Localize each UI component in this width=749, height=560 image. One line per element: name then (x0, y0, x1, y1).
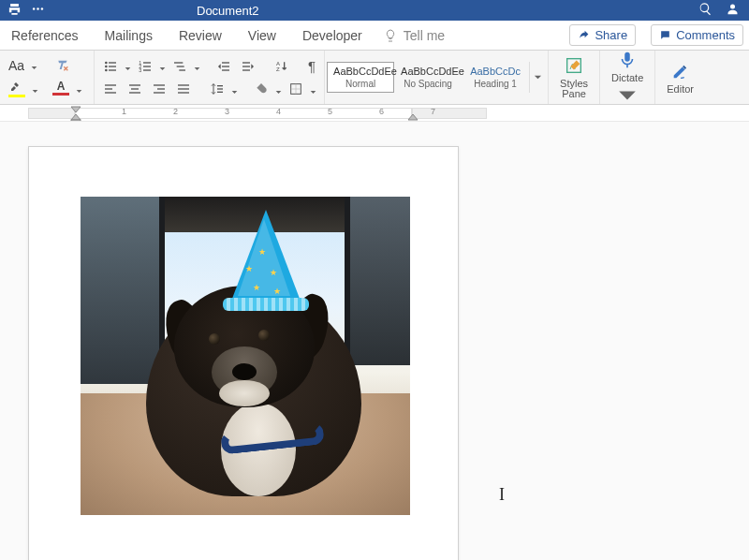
svg-rect-9 (109, 69, 116, 70)
tab-mailings[interactable]: Mailings (99, 24, 158, 47)
text-cursor-icon: I (499, 485, 505, 505)
share-button[interactable]: Share (569, 24, 636, 46)
justify-button[interactable] (173, 80, 194, 98)
chevron-down-icon[interactable] (231, 86, 238, 93)
page[interactable]: ★ ★ ★ ★ ★ (28, 146, 459, 560)
chevron-down-icon[interactable] (76, 85, 82, 92)
styles-pane-button[interactable]: A Styles Pane (554, 55, 594, 99)
search-icon[interactable] (698, 2, 712, 19)
svg-rect-5 (109, 62, 116, 63)
svg-point-4 (105, 61, 108, 64)
borders-button[interactable] (286, 80, 306, 98)
svg-rect-34 (157, 88, 165, 89)
ruler-number: 7 (431, 107, 435, 116)
line-spacing-button[interactable] (207, 80, 228, 98)
align-center-button[interactable] (125, 80, 145, 98)
tab-references[interactable]: References (6, 24, 84, 47)
editor-group: Editor (655, 51, 705, 104)
chevron-down-icon[interactable] (194, 63, 200, 69)
svg-rect-24 (242, 69, 250, 70)
right-indent-marker[interactable] (406, 112, 419, 122)
comments-label: Comments (676, 28, 735, 42)
ruler-number: 5 (328, 107, 332, 116)
svg-point-3 (730, 5, 735, 9)
align-right-button[interactable] (149, 80, 169, 98)
tab-review[interactable]: Review (173, 24, 228, 47)
chevron-down-icon[interactable] (310, 86, 316, 93)
chevron-down-icon[interactable] (275, 86, 282, 93)
document-area[interactable]: ★ ★ ★ ★ ★ I (0, 122, 749, 560)
tab-developer[interactable]: Developer (297, 24, 368, 47)
highlight-color-button[interactable] (6, 79, 28, 99)
style-heading-1[interactable]: AaBbCcDc Heading 1 (462, 62, 529, 93)
svg-rect-40 (217, 88, 223, 89)
chevron-down-icon[interactable] (125, 63, 131, 69)
style-no-spacing[interactable]: AaBbCcDdEe No Spacing (394, 62, 462, 93)
chevron-down-icon[interactable] (159, 63, 166, 69)
change-case-button[interactable]: Aa (6, 56, 27, 75)
paragraph-group: 123 AZ ¶ (95, 51, 325, 104)
chevron-down-icon[interactable] (32, 85, 38, 92)
horizontal-ruler[interactable]: 1 2 3 4 5 6 7 (0, 105, 749, 122)
chevron-down-icon[interactable] (31, 62, 37, 68)
tab-view[interactable]: View (242, 24, 282, 47)
decrease-indent-button[interactable] (213, 57, 234, 76)
inserted-image[interactable]: ★ ★ ★ ★ ★ (81, 197, 410, 515)
align-left-button[interactable] (100, 80, 121, 98)
share-label: Share (595, 28, 627, 42)
svg-rect-19 (222, 62, 229, 63)
svg-text:A: A (276, 60, 280, 66)
dictate-button[interactable]: Dictate (606, 50, 649, 106)
svg-rect-33 (154, 84, 165, 85)
bullets-button[interactable] (100, 57, 121, 76)
document-title: Document2 (169, 4, 698, 18)
tell-me-label: Tell me (404, 28, 445, 43)
styles-gallery-more[interactable] (529, 62, 546, 93)
font-color-swatch (52, 93, 69, 96)
svg-point-1 (37, 7, 39, 10)
lightbulb-icon (383, 28, 398, 43)
ruler-number: 4 (276, 107, 281, 116)
sort-button[interactable]: AZ (272, 57, 292, 76)
svg-point-6 (105, 65, 108, 67)
more-icon[interactable] (31, 2, 45, 19)
styles-pane-icon: A (564, 55, 584, 76)
comments-button[interactable]: Comments (651, 24, 743, 46)
numbering-button[interactable]: 123 (135, 57, 155, 76)
svg-rect-21 (222, 69, 229, 70)
font-color-button[interactable]: A (50, 80, 72, 97)
svg-rect-38 (178, 92, 189, 93)
dictate-label: Dictate (611, 72, 643, 83)
clear-formatting-button[interactable] (52, 56, 73, 75)
ribbon-tabs: References Mailings Review View Develope… (0, 21, 749, 51)
svg-rect-22 (242, 62, 250, 63)
hanging-indent-marker[interactable] (69, 112, 82, 122)
increase-indent-button[interactable] (238, 57, 258, 76)
style-normal[interactable]: AaBbCcDdEe Normal (327, 62, 394, 93)
svg-rect-17 (177, 66, 184, 66)
shading-button[interactable] (251, 80, 272, 98)
editor-button[interactable]: Editor (661, 61, 699, 95)
svg-rect-36 (178, 84, 189, 85)
svg-rect-28 (105, 88, 112, 89)
chevron-down-icon (534, 73, 542, 81)
tell-me[interactable]: Tell me (383, 28, 445, 43)
svg-rect-37 (178, 88, 189, 89)
editor-icon (670, 61, 691, 81)
show-marks-button[interactable]: ¶ (305, 56, 318, 76)
svg-point-2 (41, 7, 44, 10)
print-icon[interactable] (7, 2, 22, 19)
svg-rect-39 (217, 85, 223, 86)
ruler-number: 1 (122, 107, 126, 116)
styles-gallery: AaBbCcDdEe Normal AaBbCcDdEe No Spacing … (325, 51, 549, 104)
style-label: Normal (333, 79, 388, 89)
editor-label: Editor (667, 83, 694, 95)
svg-rect-23 (242, 66, 250, 66)
multilevel-list-button[interactable] (169, 57, 190, 76)
highlight-color-swatch (8, 95, 25, 97)
microphone-icon (617, 50, 638, 70)
svg-point-0 (33, 7, 36, 10)
svg-rect-7 (109, 66, 116, 66)
styles-pane-group: A Styles Pane (549, 51, 600, 104)
account-icon[interactable] (726, 2, 740, 19)
